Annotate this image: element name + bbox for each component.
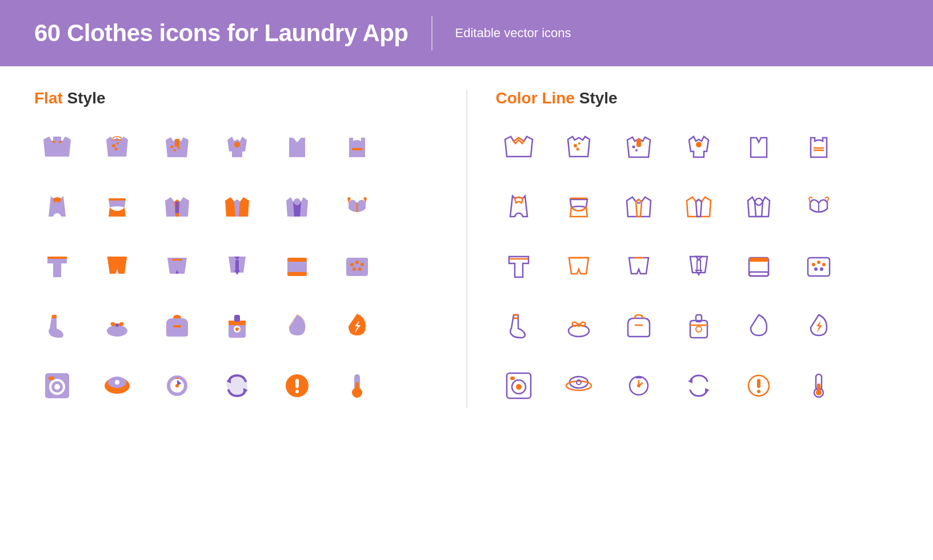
svg-point-3 [115, 148, 118, 151]
cl-orange-shorts-icon [556, 243, 602, 289]
cl-refresh-icon [676, 362, 722, 408]
svg-point-71 [812, 263, 815, 266]
flat-towel-icon [274, 243, 320, 289]
svg-point-1 [112, 144, 115, 147]
svg-rect-0 [53, 137, 61, 141]
svg-point-5 [171, 146, 174, 149]
cl-thermometer-icon [796, 362, 842, 408]
svg-point-22 [355, 261, 359, 264]
svg-point-6 [174, 149, 176, 151]
flat-orange-jacket-icon [214, 184, 260, 230]
svg-rect-69 [749, 272, 768, 276]
svg-point-56 [635, 149, 638, 151]
colorline-section: Color Line Style [496, 89, 899, 408]
colorline-section-title: Color Line Style [496, 89, 899, 107]
flat-section: Flat Style [34, 89, 438, 408]
svg-point-72 [817, 261, 820, 264]
cl-tie-icon [676, 243, 722, 289]
cl-orange-jacket-icon [676, 184, 722, 230]
flat-handbag-icon [154, 303, 200, 349]
svg-rect-88 [510, 377, 515, 380]
cl-swimsuit-icon [496, 184, 542, 230]
svg-point-79 [577, 323, 580, 327]
cl-polo-icon [616, 125, 662, 170]
header: 60 Clothes icons for Laundry App Editabl… [0, 0, 933, 66]
svg-point-27 [115, 323, 119, 327]
flat-bra-icon [334, 184, 380, 230]
svg-point-47 [295, 390, 299, 393]
flat-polo-icon [154, 125, 200, 170]
cl-washingmachine-icon [496, 362, 542, 408]
svg-rect-14 [107, 257, 127, 259]
svg-point-2 [117, 142, 119, 145]
svg-rect-13 [47, 257, 67, 259]
section-divider [466, 89, 467, 408]
svg-point-57 [696, 142, 702, 147]
cl-jacket-icon [496, 125, 542, 170]
svg-point-53 [576, 148, 579, 151]
svg-rect-10 [175, 202, 179, 213]
svg-rect-54 [636, 139, 641, 147]
svg-point-21 [350, 263, 354, 266]
cl-cap-icon [556, 362, 602, 408]
flat-jacket-icon [34, 125, 80, 170]
main-content: Flat Style [0, 66, 933, 419]
svg-rect-19 [287, 272, 307, 276]
flat-timer-icon [154, 362, 200, 408]
svg-point-55 [632, 146, 635, 149]
svg-rect-66 [697, 260, 700, 270]
svg-point-23 [361, 263, 364, 266]
header-title: 60 Clothes icons for Laundry App [34, 19, 409, 47]
svg-point-7 [178, 147, 180, 149]
cl-waterdrop-icon [736, 303, 782, 349]
flat-cap-icon [94, 362, 140, 408]
svg-point-73 [822, 263, 826, 266]
flat-pants-icon [34, 243, 80, 289]
cl-hoodie-icon [736, 184, 782, 230]
svg-rect-68 [749, 258, 768, 262]
svg-rect-50 [355, 382, 359, 393]
svg-point-51 [574, 144, 577, 147]
svg-point-43 [175, 384, 179, 387]
svg-rect-70 [808, 258, 830, 276]
cl-timer-icon [616, 362, 662, 408]
svg-rect-28 [173, 325, 181, 327]
cl-gray-shorts-icon [616, 243, 662, 289]
flat-waterdrop-icon [274, 303, 320, 349]
svg-point-90 [566, 381, 591, 390]
cl-onesie-icon [676, 125, 722, 170]
flat-refresh-icon [214, 362, 260, 408]
svg-point-40 [115, 380, 119, 385]
svg-rect-95 [757, 379, 760, 388]
cl-stained-tshirt-icon [556, 125, 602, 170]
flat-flipflop-icon [94, 303, 140, 349]
cl-rolled-towel-icon [796, 243, 842, 289]
svg-rect-9 [109, 198, 126, 201]
header-divider [431, 16, 433, 50]
cl-towel-icon [736, 243, 782, 289]
svg-rect-100 [817, 383, 820, 394]
flat-title-normal: Style [63, 89, 106, 107]
cl-hotdrop-icon [796, 303, 842, 349]
cl-blazer-icon [616, 184, 662, 230]
svg-rect-15 [172, 259, 182, 261]
svg-point-25 [358, 267, 362, 271]
cl-detergent-icon [676, 303, 722, 349]
flat-tanktop-icon [334, 125, 380, 170]
flat-thermometer-icon [334, 362, 380, 408]
cl-alert-icon [736, 362, 782, 408]
flat-gray-shorts-icon [154, 243, 200, 289]
cl-handbag-icon [616, 303, 662, 349]
flat-bikini-bottom-icon [94, 184, 140, 230]
svg-point-52 [578, 142, 580, 145]
svg-rect-18 [287, 258, 307, 262]
svg-point-8 [234, 142, 240, 147]
flat-onesie-icon [214, 125, 260, 170]
flat-alert-icon [274, 362, 320, 408]
svg-rect-37 [49, 377, 54, 380]
svg-rect-11 [229, 205, 231, 207]
cl-bra-icon [796, 184, 842, 230]
flat-orange-shorts-icon [94, 243, 140, 289]
svg-point-84 [696, 326, 702, 332]
flat-rolled-towel-icon [334, 243, 380, 289]
